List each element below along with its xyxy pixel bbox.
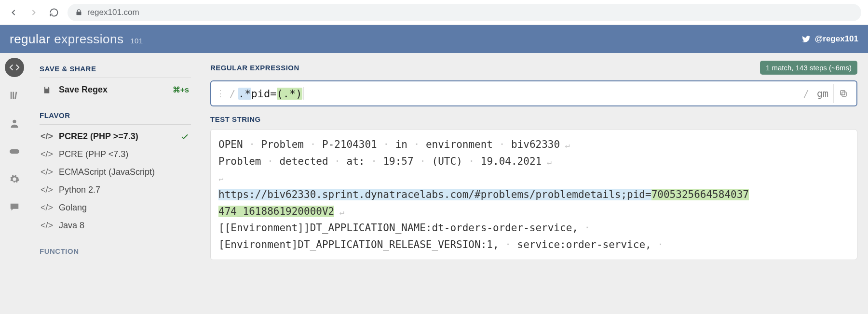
test-string-input[interactable]: OPEN · Problem · P-2104301 · in · enviro… <box>210 129 857 260</box>
lock-icon <box>75 9 82 16</box>
save-share-heading: SAVE & SHARE <box>40 61 191 78</box>
code-tag-icon: </> <box>41 149 53 159</box>
forward-button[interactable] <box>27 6 41 19</box>
logo-word-2: expressions <box>54 32 123 46</box>
regex-frag-2: (.*) <box>277 88 302 100</box>
save-regex-item[interactable]: Save Regex ⌘+s <box>40 81 191 99</box>
site-header: regular expressions 101 @regex101 <box>0 25 868 53</box>
browser-toolbar: regex101.com <box>0 0 868 25</box>
back-button[interactable] <box>7 6 20 19</box>
flavor-java[interactable]: </> Java 8 <box>40 217 191 235</box>
site-logo[interactable]: regular expressions 101 <box>10 32 143 47</box>
regex-pattern[interactable]: .*pid=(.*) <box>238 87 800 100</box>
reload-icon <box>49 8 59 17</box>
drag-handle-icon[interactable]: ⋮ <box>216 88 227 99</box>
function-heading: FUNCTION <box>40 243 191 260</box>
regex-flags[interactable]: gm <box>812 88 833 99</box>
copy-icon <box>839 89 848 98</box>
test-line-3: https://biv62330.sprint.dynatracelabs.co… <box>218 186 849 203</box>
test-line-2: Problem · detected · at: · 19:57 · (UTC)… <box>218 153 849 170</box>
save-icon <box>42 86 51 94</box>
svg-rect-5 <box>45 87 48 89</box>
code-tag-icon: </> <box>41 167 53 177</box>
test-string-heading: TEST STRING <box>210 115 857 123</box>
flavor-label: PCRE (PHP <7.3) <box>59 149 128 159</box>
left-rail <box>0 53 29 314</box>
svg-rect-4 <box>10 149 19 154</box>
library-icon <box>9 90 20 101</box>
test-line-4: [[Environment]]DT_APPLICATION_NAME:dt-or… <box>218 220 849 236</box>
flavor-python[interactable]: </> Python 2.7 <box>40 181 191 199</box>
user-icon <box>9 118 20 129</box>
svg-rect-2 <box>14 92 17 99</box>
flavor-label: ECMAScript (JavaScript) <box>59 167 155 177</box>
rail-library[interactable] <box>5 86 24 105</box>
gear-icon <box>9 174 20 184</box>
regex-frag-1: .* <box>238 88 251 100</box>
sidebar: SAVE & SHARE Save Regex ⌘+s FLAVOR </> P… <box>29 53 202 314</box>
code-tag-icon: </> <box>41 131 53 142</box>
test-line-blank: ↵ <box>218 170 849 186</box>
regex-heading: REGULAR EXPRESSION <box>210 64 299 72</box>
code-tag-icon: </> <box>41 185 53 195</box>
save-regex-shortcut: ⌘+s <box>173 85 189 94</box>
gamepad-icon <box>9 145 20 157</box>
svg-point-3 <box>13 120 16 123</box>
arrow-right-icon <box>29 8 39 17</box>
address-url: regex101.com <box>87 8 139 17</box>
twitter-link[interactable]: @regex101 <box>801 34 858 44</box>
rail-settings[interactable] <box>5 170 24 189</box>
code-tag-icon: </> <box>41 221 53 231</box>
svg-rect-6 <box>842 92 846 96</box>
flavor-pcre2[interactable]: </> PCRE2 (PHP >=7.3) <box>40 128 191 145</box>
copy-regex-button[interactable] <box>833 84 853 103</box>
flavor-ecmascript[interactable]: </> ECMAScript (JavaScript) <box>40 163 191 181</box>
test-line-5: [Environment]DT_APPLICATION_RELEASE_VERS… <box>218 236 849 253</box>
rail-chat[interactable] <box>5 197 24 217</box>
flavor-label: Java 8 <box>59 221 84 231</box>
match-status-badge: 1 match, 143 steps (~6ms) <box>760 61 857 75</box>
svg-rect-7 <box>841 91 845 95</box>
match-group-b: 474_1618861920000V2 <box>218 206 334 217</box>
svg-rect-0 <box>11 92 12 99</box>
flavor-label: Golang <box>59 203 87 213</box>
rail-debugger[interactable] <box>5 142 24 161</box>
regex-open-delim: / <box>227 88 238 99</box>
reload-button[interactable] <box>47 6 61 19</box>
code-icon <box>9 62 20 73</box>
check-icon <box>180 132 189 141</box>
svg-rect-1 <box>13 92 14 99</box>
rail-account[interactable] <box>5 114 24 133</box>
chat-icon <box>9 202 20 212</box>
address-bar[interactable]: regex101.com <box>68 4 861 21</box>
regex-close-delim: / <box>800 88 812 99</box>
rail-regex-editor[interactable] <box>5 58 24 77</box>
main: REGULAR EXPRESSION 1 match, 143 steps (~… <box>202 53 868 314</box>
text-cursor <box>303 87 303 100</box>
save-regex-label: Save Regex <box>59 85 108 95</box>
match-group-a: 7005325664584037 <box>651 189 749 200</box>
flavor-label: Python 2.7 <box>59 185 100 195</box>
match-full: https://biv62330.sprint.dynatracelabs.co… <box>218 189 651 200</box>
regex-frag-plain: pid= <box>251 88 277 100</box>
twitter-handle: @regex101 <box>815 34 858 44</box>
regex-input[interactable]: ⋮ / .*pid=(.*) / gm <box>210 80 857 106</box>
test-line-3b: 474_1618861920000V2 ↵ <box>218 203 849 220</box>
logo-word-1: regular <box>10 32 50 46</box>
twitter-icon <box>801 34 811 44</box>
logo-sub: 101 <box>130 37 143 45</box>
arrow-left-icon <box>9 8 18 17</box>
flavor-heading: FLAVOR <box>40 107 191 125</box>
test-line-1: OPEN · Problem · P-2104301 · in · enviro… <box>218 136 849 153</box>
flavor-label: PCRE2 (PHP >=7.3) <box>59 131 138 142</box>
code-tag-icon: </> <box>41 203 53 213</box>
app-body: SAVE & SHARE Save Regex ⌘+s FLAVOR </> P… <box>0 53 868 314</box>
flavor-pcre[interactable]: </> PCRE (PHP <7.3) <box>40 145 191 163</box>
flavor-golang[interactable]: </> Golang <box>40 199 191 217</box>
